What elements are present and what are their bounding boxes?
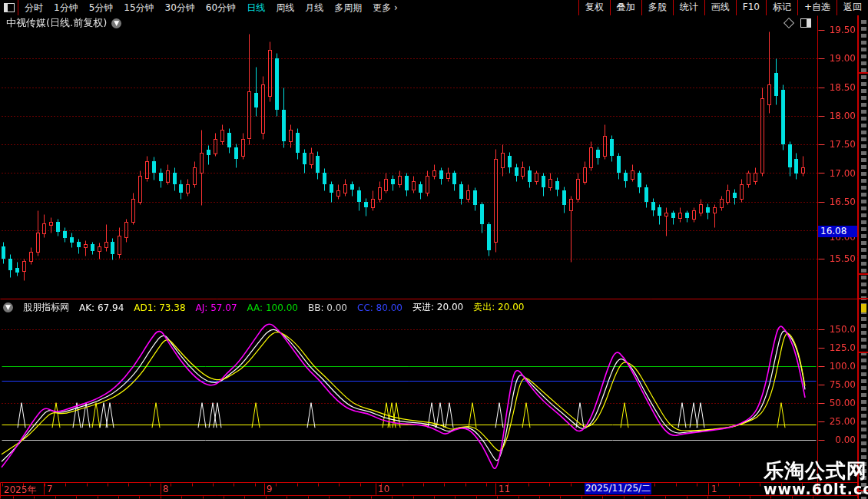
indicator-chevron-icon[interactable]: ▼	[3, 302, 13, 312]
back-button[interactable]: 返回	[837, 0, 868, 15]
indicator-tick: 100.0	[827, 361, 856, 372]
tab-1min[interactable]: 1分钟	[54, 0, 78, 15]
f10-button[interactable]: F10	[736, 0, 766, 15]
price-tick: 15.50	[827, 253, 856, 264]
date-label-year: 2025年	[4, 484, 37, 497]
tab-15min[interactable]: 15分钟	[124, 0, 154, 15]
indicator-field-cc: CC: 80.00	[357, 302, 403, 313]
tab-daily[interactable]: 日线	[247, 0, 265, 15]
chart-canvas[interactable]	[0, 0, 868, 499]
tool-buttons: 复权 叠加 多股 统计 画线 F10 标记 +自选 返回	[578, 0, 868, 15]
date-label-jul: 7	[47, 484, 53, 494]
selected-date-marker: 2025/11/25/二	[585, 483, 651, 494]
strip-divider	[859, 273, 868, 275]
date-label-oct: 10	[378, 484, 389, 494]
diamond-icon[interactable]	[784, 18, 794, 28]
watermark: 乐淘公式网 www.60lt.com	[764, 460, 868, 497]
price-tick: 17.00	[827, 168, 856, 179]
indicator-tick: 0.00	[827, 435, 856, 445]
draw-line-button[interactable]: 画线	[704, 0, 736, 15]
date-label-jan: 1	[711, 484, 717, 494]
indicator-field-buy: 买进: 20.00	[412, 301, 463, 314]
top-menu-bar: 分时 1分钟 5分钟 15分钟 30分钟 60分钟 日线 周线 月线 多周期 更…	[0, 0, 868, 15]
indicator-source: 股朋指标网	[23, 301, 69, 314]
adjust-rights-button[interactable]: 复权	[578, 0, 610, 15]
title-row-icons	[785, 18, 811, 28]
price-tick: 19.50	[827, 25, 856, 35]
indicator-field-ad1: AD1: 73.38	[134, 302, 185, 313]
chevron-down-icon[interactable]: ▼	[111, 18, 121, 28]
tab-30min[interactable]: 30分钟	[165, 0, 195, 15]
date-label-nov: 11	[499, 484, 510, 494]
date-label-aug: 8	[163, 484, 169, 494]
indicator-tick: 25.00	[827, 416, 856, 427]
window-split-icon	[4, 3, 15, 12]
add-watchlist-button[interactable]: +自选	[797, 0, 837, 15]
tab-weekly[interactable]: 周线	[276, 0, 294, 15]
indicator-header: ▼ 股朋指标网 AK: 67.94 AD1: 73.38 AJ: 57.07 A…	[0, 299, 814, 316]
indicator-tick: 125.0	[827, 342, 856, 353]
indicator-field-ak: AK: 67.94	[79, 302, 124, 313]
strip-divider	[859, 72, 868, 74]
indicator-field-sell: 卖出: 20.00	[473, 301, 524, 314]
watermark-site-url: www.60lt.com	[764, 481, 868, 497]
indicator-field-bb: BB: 0.00	[308, 302, 347, 313]
tab-monthly[interactable]: 月线	[305, 0, 323, 15]
statistics-button[interactable]: 统计	[673, 0, 704, 15]
indicator-field-aj: AJ: 57.07	[196, 302, 237, 313]
indicator-tick: 150.0	[827, 324, 856, 335]
mark-button[interactable]: 标记	[766, 0, 797, 15]
chart-title-row: 中视传媒(日线.前复权) ▼	[0, 15, 817, 31]
date-label-sep: 9	[267, 484, 273, 494]
stock-title: 中视传媒(日线.前复权)	[6, 16, 107, 30]
tab-5min[interactable]: 5分钟	[89, 0, 114, 15]
pane-toggle-icon[interactable]	[800, 18, 811, 28]
indicator-tick: 75.00	[827, 379, 856, 390]
price-tick: 18.00	[827, 111, 856, 121]
last-price-marker: 16.08	[818, 226, 857, 237]
multi-stock-button[interactable]: 多股	[641, 0, 673, 15]
tab-fenshi[interactable]: 分时	[25, 0, 43, 15]
right-side-strip[interactable]	[858, 15, 868, 499]
layout-toggle-button[interactable]	[0, 0, 18, 15]
period-tabs: 分时 1分钟 5分钟 15分钟 30分钟 60分钟 日线 周线 月线 多周期 更…	[25, 0, 398, 15]
strip-highlight-block	[861, 304, 866, 312]
price-tick: 16.50	[827, 197, 856, 207]
overlay-button[interactable]: 叠加	[610, 0, 641, 15]
trading-terminal: 分时 1分钟 5分钟 15分钟 30分钟 60分钟 日线 周线 月线 多周期 更…	[0, 0, 868, 499]
price-tick: 17.50	[827, 139, 856, 150]
tab-60min[interactable]: 60分钟	[206, 0, 236, 15]
watermark-site-name: 乐淘公式网	[764, 460, 868, 481]
indicator-field-aa: AA: 100.00	[247, 302, 298, 313]
price-tick: 19.00	[827, 53, 856, 64]
tab-more[interactable]: 更多 ›	[373, 0, 398, 15]
tab-multi-period[interactable]: 多周期	[334, 0, 362, 15]
strip-divider	[859, 298, 868, 299]
strip-divider	[859, 352, 868, 353]
indicator-tick: 50.00	[827, 398, 856, 408]
price-tick: 18.50	[827, 82, 856, 93]
